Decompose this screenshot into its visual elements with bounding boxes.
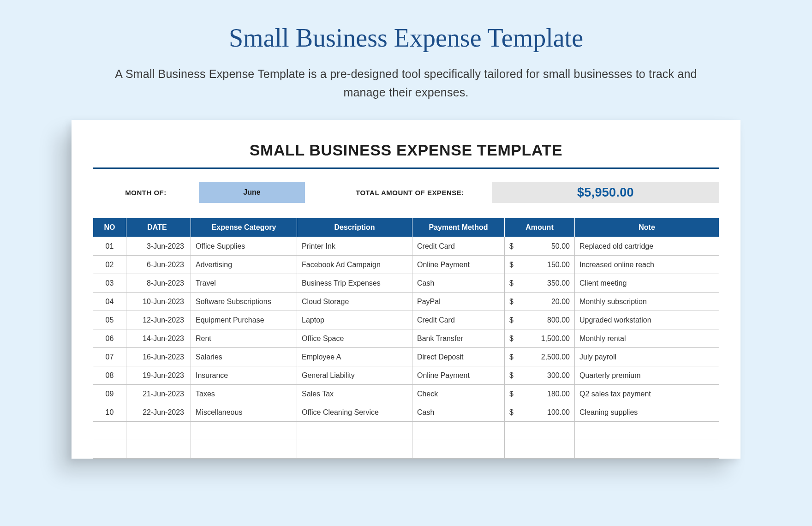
cell-empty [505, 422, 575, 440]
cell-description: Facebook Ad Campaign [297, 256, 412, 274]
col-header-category: Expense Category [191, 218, 297, 237]
table-row-empty [93, 422, 719, 440]
cell-description: Printer Ink [297, 237, 412, 256]
cell-note: Client meeting [575, 274, 719, 293]
cell-date: 19-Jun-2023 [126, 366, 191, 385]
page-header: Small Business Expense Template A Small … [0, 23, 812, 102]
cell-no: 08 [93, 366, 126, 385]
col-header-no: NO [93, 218, 126, 237]
cell-payment: Bank Transfer [412, 329, 505, 348]
cell-amount: $350.00 [505, 274, 575, 293]
cell-empty [297, 440, 412, 459]
total-label: TOTAL AMOUNT OF EXPENSE: [356, 189, 464, 197]
cell-no: 01 [93, 237, 126, 256]
col-header-description: Description [297, 218, 412, 237]
cell-category: Advertising [191, 256, 297, 274]
cell-amount: $2,500.00 [505, 348, 575, 366]
cell-empty [412, 422, 505, 440]
col-header-amount: Amount [505, 218, 575, 237]
cell-payment: Cash [412, 274, 505, 293]
total-value: $5,950.00 [492, 182, 719, 203]
cell-description: Laptop [297, 311, 412, 329]
cell-no: 09 [93, 385, 126, 403]
page-title: Small Business Expense Template [0, 23, 812, 53]
card-title: SMALL BUSINESS EXPENSE TEMPLATE [93, 141, 719, 159]
cell-date: 14-Jun-2023 [126, 329, 191, 348]
cell-no: 04 [93, 293, 126, 311]
expense-table: NO DATE Expense Category Description Pay… [93, 218, 719, 459]
cell-amount: $20.00 [505, 293, 575, 311]
cell-note: Quarterly premium [575, 366, 719, 385]
month-label: MONTH OF: [93, 189, 199, 197]
cell-empty [191, 440, 297, 459]
cell-date: 21-Jun-2023 [126, 385, 191, 403]
cell-payment: Direct Deposit [412, 348, 505, 366]
cell-amount: $150.00 [505, 256, 575, 274]
table-row: 0716-Jun-2023SalariesEmployee ADirect De… [93, 348, 719, 366]
expense-card: SMALL BUSINESS EXPENSE TEMPLATE MONTH OF… [72, 120, 740, 459]
cell-category: Insurance [191, 366, 297, 385]
cell-category: Salaries [191, 348, 297, 366]
cell-empty [191, 422, 297, 440]
cell-amount: $50.00 [505, 237, 575, 256]
cell-empty [297, 422, 412, 440]
cell-date: 12-Jun-2023 [126, 311, 191, 329]
cell-date: 8-Jun-2023 [126, 274, 191, 293]
cell-note: Monthly subscription [575, 293, 719, 311]
summary-row: MONTH OF: June TOTAL AMOUNT OF EXPENSE: … [93, 182, 719, 203]
cell-amount: $800.00 [505, 311, 575, 329]
cell-no: 06 [93, 329, 126, 348]
cell-description: Office Cleaning Service [297, 403, 412, 422]
cell-category: Rent [191, 329, 297, 348]
cell-description: Employee A [297, 348, 412, 366]
cell-category: Miscellaneous [191, 403, 297, 422]
table-row: 1022-Jun-2023MiscellaneousOffice Cleanin… [93, 403, 719, 422]
cell-empty [126, 440, 191, 459]
table-row: 0512-Jun-2023Equipment PurchaseLaptopCre… [93, 311, 719, 329]
table-header-row: NO DATE Expense Category Description Pay… [93, 218, 719, 237]
cell-no: 07 [93, 348, 126, 366]
cell-date: 16-Jun-2023 [126, 348, 191, 366]
cell-empty [93, 440, 126, 459]
cell-payment: PayPal [412, 293, 505, 311]
cell-note: Replaced old cartridge [575, 237, 719, 256]
title-rule [93, 167, 719, 169]
cell-date: 22-Jun-2023 [126, 403, 191, 422]
cell-empty [93, 422, 126, 440]
col-header-date: DATE [126, 218, 191, 237]
cell-category: Travel [191, 274, 297, 293]
table-row: 0410-Jun-2023Software SubscriptionsCloud… [93, 293, 719, 311]
cell-note: Increased online reach [575, 256, 719, 274]
month-value: June [199, 182, 305, 203]
cell-date: 10-Jun-2023 [126, 293, 191, 311]
cell-category: Equipment Purchase [191, 311, 297, 329]
cell-description: Office Space [297, 329, 412, 348]
cell-payment: Check [412, 385, 505, 403]
cell-description: Business Trip Expenses [297, 274, 412, 293]
cell-empty [126, 422, 191, 440]
cell-category: Software Subscriptions [191, 293, 297, 311]
cell-payment: Credit Card [412, 311, 505, 329]
table-row: 0614-Jun-2023RentOffice SpaceBank Transf… [93, 329, 719, 348]
table-row: 0819-Jun-2023InsuranceGeneral LiabilityO… [93, 366, 719, 385]
cell-category: Taxes [191, 385, 297, 403]
cell-payment: Online Payment [412, 366, 505, 385]
cell-empty [505, 440, 575, 459]
cell-description: Sales Tax [297, 385, 412, 403]
cell-no: 10 [93, 403, 126, 422]
cell-amount: $100.00 [505, 403, 575, 422]
cell-note: Monthly rental [575, 329, 719, 348]
col-header-note: Note [575, 218, 719, 237]
cell-no: 02 [93, 256, 126, 274]
cell-empty [412, 440, 505, 459]
cell-description: General Liability [297, 366, 412, 385]
cell-payment: Online Payment [412, 256, 505, 274]
table-row-empty [93, 440, 719, 459]
cell-date: 6-Jun-2023 [126, 256, 191, 274]
cell-amount: $300.00 [505, 366, 575, 385]
cell-note: Cleaning supplies [575, 403, 719, 422]
table-row: 026-Jun-2023AdvertisingFacebook Ad Campa… [93, 256, 719, 274]
table-row: 0921-Jun-2023TaxesSales TaxCheck$180.00Q… [93, 385, 719, 403]
cell-empty [575, 422, 719, 440]
cell-empty [575, 440, 719, 459]
